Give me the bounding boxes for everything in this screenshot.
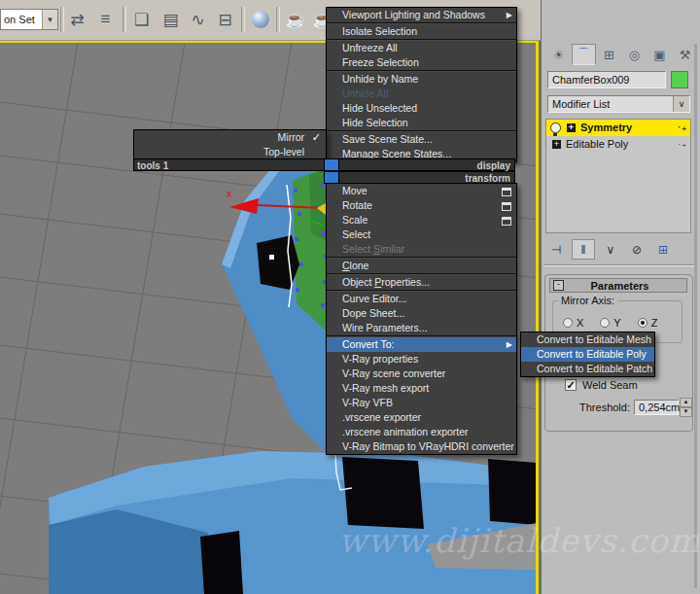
menu-item-vrscene-exporter[interactable]: .vrscene exporter	[327, 410, 516, 425]
lightbulb-icon[interactable]	[550, 122, 561, 133]
mirror-axis-label: Mirror Axis:	[558, 295, 617, 306]
toolbar-separator	[122, 7, 126, 32]
material-editor-icon[interactable]	[247, 6, 273, 33]
radio-axis-z[interactable]: Z	[638, 317, 658, 329]
remove-modifier-icon[interactable]: ⊘	[626, 240, 648, 259]
menu-item-vray-properties[interactable]: V-Ray properties	[327, 352, 516, 367]
gizmo-x-label: x	[227, 188, 232, 199]
render-setup-icon[interactable]: ☕	[282, 6, 308, 33]
tab-motion-icon[interactable]: ◎	[622, 44, 647, 65]
parameters-rollout-header[interactable]: - Parameters	[549, 278, 687, 293]
menu-item-curve-editor[interactable]: Curve Editor...	[327, 292, 516, 306]
menu-item-isolate-selection[interactable]: Isolate Selection	[327, 24, 516, 39]
named-selection-sets-value: on Set	[1, 14, 42, 25]
menu-item-unhide-by-name[interactable]: Unhide by Name	[327, 72, 516, 87]
spinner-down-icon[interactable]: ▼	[680, 407, 692, 417]
radio-button-icon[interactable]	[563, 318, 573, 328]
schematic-view-icon[interactable]: ⊟	[212, 6, 238, 33]
make-unique-icon[interactable]: ∨	[600, 240, 621, 259]
layer-manager-icon[interactable]: ❏	[128, 6, 155, 33]
chevron-down-icon[interactable]: ∨	[673, 96, 689, 112]
radio-axis-x[interactable]: X	[563, 317, 583, 329]
settings-dialog-icon[interactable]	[502, 217, 511, 226]
quad-center-square[interactable]	[324, 171, 339, 184]
tab-hierarchy-icon[interactable]: ⊞	[597, 44, 621, 65]
quad-menu-transform: Move Rotate Scale Select Select Similar …	[326, 183, 517, 455]
tab-modify-icon[interactable]: ⌒	[572, 44, 596, 65]
expand-icon[interactable]: +	[567, 123, 576, 132]
menu-item-viewport-lighting[interactable]: Viewport Lighting and Shadows▶	[327, 8, 516, 22]
named-selection-sets-dropdown[interactable]: on Set ▼	[0, 9, 58, 30]
radio-button-icon[interactable]	[600, 318, 610, 328]
menu-item-vray-scene-converter[interactable]: V-Ray scene converter	[327, 367, 516, 381]
menu-item-wire-parameters[interactable]: Wire Parameters...	[327, 321, 516, 335]
menu-item-freeze-selection[interactable]: Freeze Selection	[327, 55, 516, 70]
menu-item-vray-bitmap-converter[interactable]: V-Ray Bitmap to VRayHDRI converter	[327, 439, 516, 454]
menu-item-clone[interactable]: Clone	[327, 259, 516, 273]
menu-item-select[interactable]: Select	[327, 227, 516, 242]
tab-create-icon[interactable]: ☀	[546, 44, 571, 65]
manage-scene-states-icon[interactable]: ▤	[158, 6, 184, 33]
menu-item-mirror[interactable]: Mirror✓	[134, 130, 326, 145]
menu-item-hide-unselected[interactable]: Hide Unselected	[327, 101, 516, 116]
radio-button-selected-icon[interactable]	[638, 318, 648, 328]
submenu-item-editable-poly[interactable]: Convert to Editable Poly	[521, 347, 654, 362]
menu-item-convert-to[interactable]: Convert To:▶	[327, 337, 516, 352]
threshold-input[interactable]: 0,254cm	[634, 400, 679, 415]
align-icon[interactable]: ≡	[92, 6, 119, 33]
menu-item-rotate[interactable]: Rotate	[327, 198, 516, 213]
menu-item-scale[interactable]: Scale	[327, 213, 516, 227]
toolbar-separator	[241, 7, 245, 32]
submenu-item-editable-mesh[interactable]: Convert to Editable Mesh	[521, 332, 654, 347]
threshold-row: Threshold: 0,254cm ▲ ▼	[545, 398, 692, 417]
menu-item-vray-mesh-export[interactable]: V-Ray mesh export	[327, 381, 516, 396]
weld-seam-row: ✓ Weld Seam	[565, 379, 638, 391]
rollout-title: Parameters	[567, 280, 673, 292]
settings-dialog-icon[interactable]	[502, 202, 511, 211]
menu-item-vrscene-animation-exporter[interactable]: .vrscene animation exporter	[327, 425, 516, 439]
weld-seam-label: Weld Seam	[582, 379, 638, 391]
panel-scrollbar[interactable]	[694, 44, 697, 588]
panel-divider-line	[543, 264, 695, 266]
modifier-list-dropdown[interactable]: Modifier List ∨	[547, 95, 690, 113]
quad-center-square[interactable]	[324, 158, 339, 171]
collapse-icon[interactable]: -	[553, 280, 564, 291]
stack-item-editable-poly[interactable]: + Editable Poly ·₊	[546, 136, 690, 153]
stack-row-dots-icon: ·₊	[678, 120, 687, 136]
toolbar-separator	[276, 7, 280, 32]
stack-item-symmetry[interactable]: + Symmetry ·₊	[546, 120, 690, 136]
menu-item-dope-sheet[interactable]: Dope Sheet...	[327, 306, 516, 321]
menu-item-top-level[interactable]: Top-level	[134, 145, 326, 159]
quad-title-transform: transform	[338, 171, 515, 184]
menu-item-hide-selection[interactable]: Hide Selection	[327, 116, 516, 130]
tab-display-icon[interactable]: ▣	[648, 44, 672, 65]
curve-editor-icon[interactable]: ∿	[185, 6, 211, 33]
submenu-item-editable-patch[interactable]: Convert to Editable Patch	[521, 362, 654, 376]
threshold-spinner[interactable]: ▲ ▼	[680, 398, 692, 417]
object-color-swatch[interactable]	[671, 71, 688, 88]
show-end-result-icon[interactable]: ‖	[572, 239, 595, 260]
pin-stack-icon[interactable]: ⊣	[545, 240, 567, 259]
chevron-down-icon[interactable]: ▼	[42, 10, 57, 29]
quad-menu-tools1: Mirror✓ Top-level	[133, 129, 327, 160]
menu-item-move[interactable]: Move	[327, 184, 516, 198]
quad-title-display: display	[338, 158, 515, 171]
mirror-icon[interactable]: ⇄	[64, 6, 90, 33]
object-name-field[interactable]: ChamferBox009	[547, 71, 666, 88]
settings-dialog-icon[interactable]	[502, 188, 511, 196]
checkbox-checked-icon[interactable]: ✓	[565, 379, 577, 391]
menu-item-unfreeze-all[interactable]: Unfreeze All	[327, 41, 516, 55]
panel-divider	[539, 0, 542, 594]
radio-axis-y[interactable]: Y	[600, 317, 620, 329]
menu-item-object-properties[interactable]: Object Properties...	[327, 275, 516, 290]
menu-item-save-scene-state[interactable]: Save Scene State...	[327, 132, 516, 147]
command-panel-tabs: ☀ ⌒ ⊞ ◎ ▣ ⚒	[546, 44, 697, 65]
checkmark-icon: ✓	[312, 130, 321, 145]
quad-title-tools1: tools 1	[133, 158, 325, 171]
configure-modifier-sets-icon[interactable]: ⊞	[652, 240, 674, 259]
spinner-up-icon[interactable]: ▲	[680, 398, 692, 407]
menu-item-vray-vfb[interactable]: V-Ray VFB	[327, 396, 516, 410]
expand-icon[interactable]: +	[552, 140, 561, 149]
modifier-stack: + Symmetry ·₊ + Editable Poly ·₊	[545, 119, 691, 233]
menu-item-unhide-all: Unhide All	[327, 87, 516, 101]
